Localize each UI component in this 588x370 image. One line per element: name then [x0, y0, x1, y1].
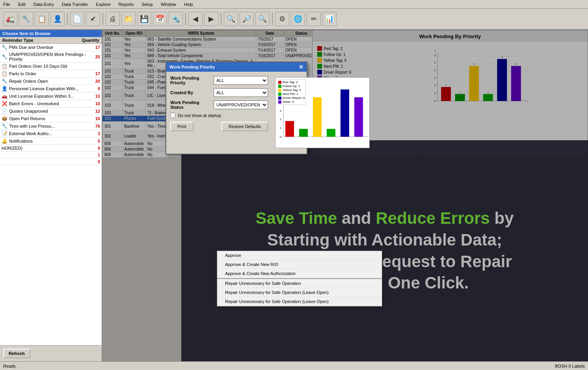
open-returns-icon: 📦	[2, 116, 7, 121]
list-item[interactable]: 🔔 Notifications 5	[0, 138, 102, 145]
menu-data-entry[interactable]: Data Entry	[32, 1, 56, 7]
dialog-title: Work Pending Priority	[169, 65, 215, 69]
item-qty: 12	[88, 109, 100, 113]
menu-data-transfer[interactable]: Data Transfer	[60, 1, 90, 7]
item-qty: 13	[88, 94, 100, 99]
toolbar-copy-icon[interactable]: 📄	[70, 12, 84, 26]
context-repair-unnecessary[interactable]: Repair Unnecessary for Safe Operation	[217, 278, 382, 288]
list-item[interactable]: 🔧 UNAPPROVED/OPEN Work Pendings - Priori…	[0, 51, 102, 63]
toolbar-wrench-icon[interactable]: 🔧	[19, 12, 33, 26]
list-item[interactable]: 📝 External Work Autho... 3	[0, 130, 102, 138]
toolbar-print-icon[interactable]: 🖨	[106, 12, 120, 26]
item-label: HORIZED)	[2, 146, 88, 151]
item-qty: 20	[88, 79, 100, 84]
col-quantity: Quantity	[80, 38, 99, 43]
mini-chart-container: 0 1 2 3 4 5 6	[275, 72, 373, 154]
toolbar-zoom-out-icon[interactable]: 🔍	[224, 12, 238, 26]
item-label: PMs Due and Overdue	[9, 45, 88, 50]
left-panel: Choose Item to Browse Reminder Type Quan…	[0, 30, 102, 361]
list-item[interactable]: ❌ Batch Errors - Unresolved 10	[0, 100, 102, 108]
toolbar-sep-5	[272, 13, 273, 25]
item-label: Parts to Order	[9, 71, 88, 76]
toolbar-misc-icon[interactable]: 📊	[322, 12, 337, 26]
toolbar-globe-icon[interactable]: 🌐	[291, 12, 305, 26]
list-item[interactable]: 👤 Personnel License Expiration With... 0	[0, 85, 102, 93]
item-label: Repair Orders Open	[9, 79, 88, 84]
refresh-button[interactable]: Refresh	[3, 349, 30, 358]
svg-rect-35	[341, 89, 349, 137]
list-item[interactable]: 🔧 PMs Due and Overdue 17	[0, 44, 102, 51]
list-item[interactable]: 🚗 Unit License Expiration Within 3... 13	[0, 93, 102, 100]
toolbar-calendar-icon[interactable]: 📅	[153, 12, 167, 26]
toolbar-person-icon[interactable]: 👤	[50, 12, 65, 26]
svg-text:1: 1	[280, 126, 281, 129]
startup-checkbox-row: Do not show at startup	[170, 113, 268, 118]
toolbar-sep-4	[221, 13, 221, 25]
statusbar-left: Ready.	[3, 364, 17, 368]
toolbar-edit-icon[interactable]: ✏	[307, 12, 321, 26]
repair-icon: 🔧	[2, 78, 7, 84]
context-approve-create-ro[interactable]: Approve & Create New R/O	[217, 260, 382, 269]
restore-defaults-button[interactable]: Restore Defaults	[221, 122, 268, 131]
menu-file[interactable]: File	[2, 1, 12, 7]
toolbar-filter-icon[interactable]: ⚙	[275, 12, 289, 26]
list-item[interactable]: 🔧 Repair Orders Open 20	[0, 78, 102, 85]
item-label: Notifications	[9, 139, 88, 143]
context-approve-create-auth[interactable]: Approve & Create New Authorization	[217, 269, 382, 278]
list-item[interactable]: 📋 Part Orders Over 10 Days Old	[0, 63, 102, 70]
filter-dialog: Work Pending Priority ✕ Work Pending Pri…	[166, 61, 307, 154]
batch-error-icon: ❌	[2, 101, 7, 106]
svg-text:0: 0	[280, 136, 281, 138]
toolbar-save-icon[interactable]: 💾	[137, 12, 151, 26]
startup-checkbox[interactable]	[170, 113, 175, 118]
svg-rect-32	[299, 129, 308, 137]
menu-help[interactable]: Help	[182, 1, 195, 7]
toolbar-clipboard-icon[interactable]: 📋	[35, 12, 49, 26]
dialog-close-button[interactable]: ✕	[299, 64, 303, 70]
content-area: Unit No. Open RO VMRS System Date Status…	[102, 30, 588, 361]
panel-header: Choose Item to Browse	[0, 30, 102, 37]
list-item[interactable]: 🔧 Tires with Low Pressu... 76	[0, 123, 102, 130]
work-pending-status-select[interactable]: UNAPPROVED/OPEN OPEN UNAPPROVED ALL	[214, 100, 268, 109]
context-approve[interactable]: Approve	[217, 251, 382, 260]
cb-label: Created By	[170, 90, 214, 95]
list-item[interactable]: HORIZED) 0	[0, 145, 102, 152]
item-label: Quotes Unapproved	[9, 109, 88, 113]
list-item[interactable]: 📦 Open Part Returns 10	[0, 115, 102, 123]
created-by-select[interactable]: ALL	[214, 88, 268, 97]
toolbar-arrow-right-icon[interactable]: ▶	[204, 12, 218, 26]
unit-license-icon: 🚗	[2, 93, 7, 99]
menu-edit[interactable]: Edit	[17, 1, 27, 7]
toolbar-zoom-fit-icon[interactable]: 🔍	[255, 12, 270, 26]
mini-legend-nextpm: Next PM: 1	[283, 92, 298, 96]
item-label: Personnel License Expiration With...	[9, 86, 88, 91]
list-item[interactable]: 1	[0, 152, 102, 158]
toolbar-file-icon[interactable]: 📁	[121, 12, 136, 26]
toolbar-sep-2	[102, 13, 103, 25]
toolbar-check-icon[interactable]: ✔	[86, 12, 100, 26]
context-repair-unnecessary-leave-open-2[interactable]: Repair Unnecessary for Safe Operation (L…	[217, 297, 382, 306]
menu-setup[interactable]: Setup	[140, 1, 154, 7]
list-item[interactable]: 📋 Parts to Order 17	[0, 70, 102, 78]
toolbar-wrench2-icon[interactable]: 🔩	[169, 12, 183, 26]
toolbar-arrow-left-icon[interactable]: ◀	[188, 12, 203, 26]
list-item[interactable]: 0	[0, 158, 102, 165]
toolbar: 🚛 🔧 📋 👤 📄 ✔ 🖨 📁 💾 📅 🔩 ◀ ▶ 🔍 🔎 🔍 ⚙ 🌐 ✏ 📊	[0, 9, 588, 30]
context-repair-unnecessary-leave-open[interactable]: Repair Unnecessary for Safe Operation (L…	[217, 288, 382, 297]
menu-reports[interactable]: Reports	[117, 1, 136, 7]
print-button[interactable]: Print	[170, 122, 194, 131]
toolbar-zoom-in-icon[interactable]: 🔎	[240, 12, 254, 26]
mini-legend-red: Red Tag: 2	[283, 80, 298, 84]
item-qty: 1	[88, 152, 100, 157]
statusbar-right: BOSH 0 Labels	[555, 364, 585, 368]
menu-explore[interactable]: Explore	[94, 1, 112, 7]
created-by-row: Created By ALL	[170, 88, 268, 97]
mini-legend-other: Other: 5	[283, 100, 294, 104]
work-pending-priority-select[interactable]: ALL Red Tag Yellow Tag Follow Up Next PM…	[214, 76, 268, 85]
item-qty: 5	[88, 139, 100, 143]
item-qty: 17	[88, 45, 100, 50]
menu-window[interactable]: Window	[159, 1, 178, 7]
mini-chart: 0 1 2 3 4 5 6	[275, 77, 370, 148]
toolbar-truck-icon[interactable]: 🚛	[3, 12, 17, 26]
list-item-quotes-unapproved[interactable]: 📄 Quotes Unapproved 12	[0, 108, 102, 115]
